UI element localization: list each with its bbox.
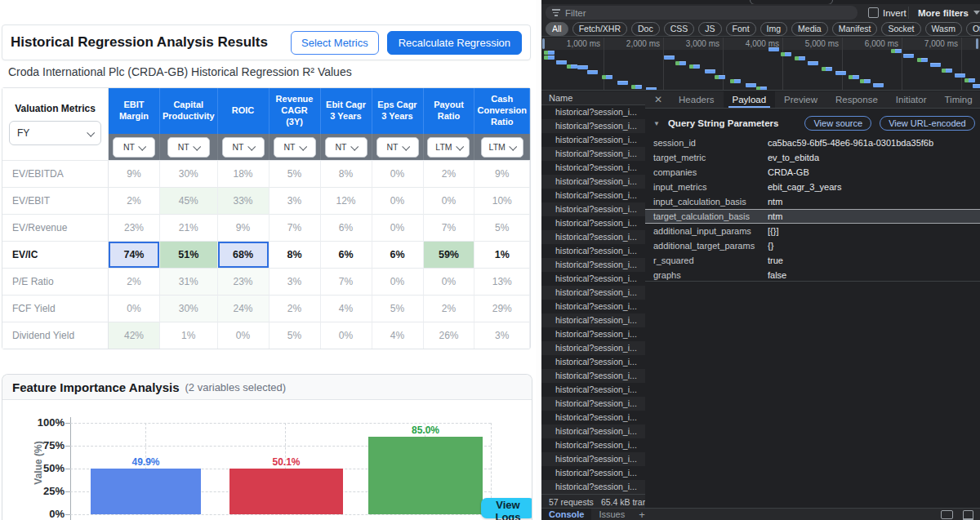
table-cell[interactable]: 1% — [160, 322, 218, 349]
request-row[interactable]: historical?session_i... — [541, 216, 645, 230]
request-list-name-header[interactable]: Name — [541, 91, 645, 105]
table-cell[interactable]: 0% — [424, 187, 475, 214]
waterfall-bar[interactable] — [942, 69, 952, 73]
basis-select[interactable]: NT — [222, 137, 265, 158]
waterfall-bar[interactable] — [768, 47, 779, 51]
table-cell[interactable]: 8% — [321, 160, 372, 187]
period-select[interactable]: FY — [9, 121, 101, 145]
waterfall-bar[interactable] — [730, 79, 741, 83]
table-cell[interactable]: 7% — [321, 268, 372, 295]
waterfall-bar[interactable] — [822, 67, 832, 71]
chart-bar[interactable] — [368, 437, 483, 514]
waterfall-bar[interactable] — [705, 69, 715, 73]
view-source-button[interactable]: View source — [804, 116, 871, 131]
request-row[interactable]: historical?session_i... — [541, 244, 645, 258]
waterfall-bar[interactable] — [955, 73, 965, 78]
table-cell[interactable]: 3% — [270, 268, 321, 295]
filter-chip-all[interactable]: All — [546, 22, 568, 36]
waterfall-bar[interactable] — [973, 84, 980, 88]
waterfall-bar[interactable] — [917, 58, 928, 62]
dock-panel-icon[interactable] — [963, 510, 973, 520]
waterfall-bar[interactable] — [602, 75, 612, 79]
basis-select[interactable]: NT — [274, 137, 316, 158]
table-cell[interactable]: 12% — [321, 187, 372, 214]
table-cell[interactable]: 6% — [321, 214, 372, 241]
table-cell[interactable]: 9% — [218, 214, 270, 241]
table-cell[interactable]: 24% — [218, 295, 270, 322]
table-cell[interactable]: 2% — [270, 295, 321, 322]
table-cell[interactable]: 18% — [218, 160, 270, 187]
waterfall-bar[interactable] — [756, 87, 767, 91]
filter-chip-manifest[interactable]: Manifest — [832, 22, 878, 36]
waterfall-bar[interactable] — [577, 65, 588, 69]
waterfall-bar[interactable] — [795, 56, 805, 60]
waterfall-bar[interactable] — [544, 51, 555, 55]
detail-tab-payload[interactable]: Payload — [724, 91, 776, 108]
waterfall-bar[interactable] — [781, 52, 791, 56]
filter-chip-wasm[interactable]: Wasm — [925, 22, 962, 36]
request-row[interactable]: historical?session_i... — [541, 258, 645, 272]
request-row[interactable]: historical?session_i... — [541, 202, 645, 216]
table-cell[interactable]: 51% — [160, 241, 218, 268]
keyboard-icon[interactable] — [941, 510, 953, 519]
table-cell[interactable]: 45% — [160, 187, 218, 214]
table-cell[interactable]: 23% — [109, 214, 160, 241]
request-row[interactable]: historical?session_i... — [541, 438, 645, 452]
waterfall-bar[interactable] — [715, 75, 725, 79]
row-label-fcf-yield[interactable]: FCF Yield — [2, 295, 109, 322]
detail-tab-preview[interactable]: Preview — [775, 91, 826, 108]
request-row[interactable]: historical?session_i... — [541, 147, 645, 161]
table-cell[interactable]: 2% — [424, 295, 475, 322]
request-row[interactable]: historical?session_i... — [541, 452, 645, 466]
waterfall-bar[interactable] — [675, 61, 686, 65]
request-row[interactable]: historical?session_i... — [541, 161, 645, 175]
request-row[interactable]: historical?session_i... — [541, 383, 645, 397]
basis-select[interactable]: NT — [376, 137, 419, 158]
waterfall-bar[interactable] — [964, 78, 975, 82]
detail-tab-initiator[interactable]: Initiator — [887, 91, 936, 108]
add-drawer-tab-button[interactable]: + — [632, 509, 652, 520]
table-cell[interactable]: 4% — [372, 322, 424, 349]
table-cell[interactable]: 1% — [474, 241, 530, 268]
table-cell[interactable]: 0% — [109, 295, 160, 322]
table-cell[interactable]: 21% — [160, 214, 218, 241]
waterfall-bar[interactable] — [891, 49, 902, 53]
chart-bar[interactable] — [229, 469, 343, 514]
filter-chip-socket[interactable]: Socket — [881, 22, 920, 36]
waterfall-bar[interactable] — [689, 64, 700, 69]
chart-bar[interactable] — [91, 469, 201, 514]
drawer-tab-issues[interactable]: Issues — [591, 509, 632, 520]
table-cell[interactable]: 3% — [474, 322, 530, 349]
waterfall-bar[interactable] — [860, 79, 871, 83]
network-overview-timeline[interactable]: 1,000 ms2,000 ms3,000 ms4,000 ms5,000 ms… — [541, 38, 980, 91]
drawer-tab-console[interactable]: Console — [541, 509, 591, 520]
waterfall-bar[interactable] — [808, 61, 818, 65]
table-cell[interactable]: 30% — [160, 295, 218, 322]
waterfall-bar[interactable] — [567, 64, 577, 69]
table-cell[interactable]: 74% — [109, 241, 160, 268]
waterfall-bar[interactable] — [835, 71, 846, 75]
waterfall-bar[interactable] — [849, 75, 859, 79]
table-cell[interactable]: 8% — [270, 241, 321, 268]
table-cell[interactable]: 59% — [424, 241, 475, 268]
table-cell[interactable]: 5% — [270, 322, 321, 349]
view-logs-button[interactable]: View Logs — [481, 498, 532, 518]
waterfall-bar[interactable] — [746, 83, 756, 87]
table-cell[interactable]: 42% — [109, 322, 160, 349]
request-row[interactable]: historical?session_i... — [541, 133, 645, 147]
request-row[interactable]: historical?session_i... — [541, 466, 645, 480]
request-row[interactable]: historical?session_i... — [541, 300, 645, 313]
table-cell[interactable]: 29% — [474, 295, 530, 322]
table-cell[interactable]: 6% — [372, 241, 424, 268]
waterfall-bar[interactable] — [617, 81, 628, 85]
table-cell[interactable]: 33% — [218, 187, 270, 214]
table-cell[interactable]: 26% — [424, 322, 475, 349]
filter-chip-doc[interactable]: Doc — [631, 22, 660, 36]
filter-chip-fetch-xhr[interactable]: Fetch/XHR — [572, 22, 627, 36]
table-cell[interactable]: 0% — [372, 268, 424, 295]
request-row[interactable]: historical?session_i... — [541, 480, 645, 494]
request-row[interactable]: historical?session_i... — [541, 189, 645, 202]
view-url-encoded-button[interactable]: View URL-encoded — [880, 116, 975, 131]
request-row[interactable]: historical?session_i... — [541, 286, 645, 300]
filter-chip-img[interactable]: Img — [760, 22, 788, 36]
